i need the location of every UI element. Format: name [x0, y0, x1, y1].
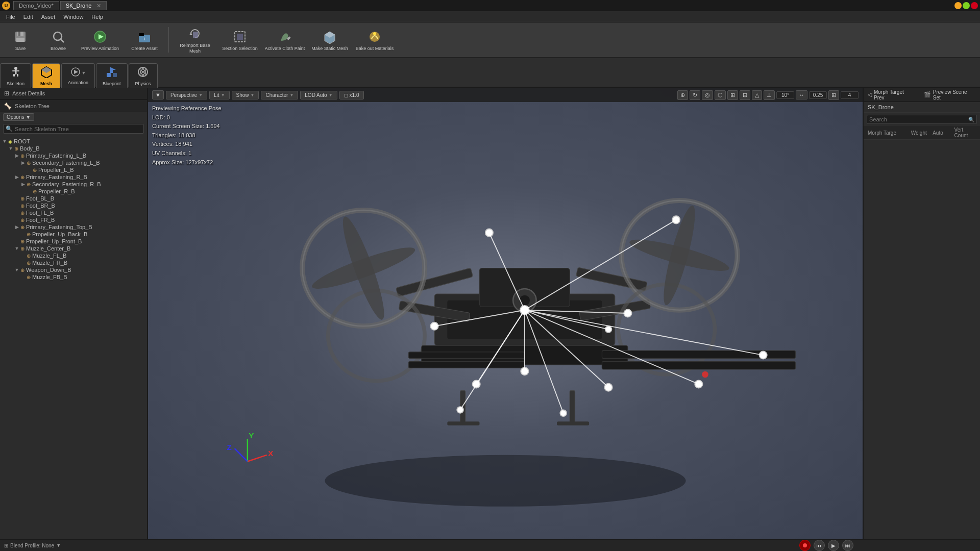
- tree-node-propup-front[interactable]: ⊕ Propeller_Up_Front_B: [0, 238, 147, 245]
- tree-node-body-b[interactable]: ▼ ⊕ Body_B: [0, 145, 147, 152]
- play-button[interactable]: ▶: [828, 540, 839, 551]
- section-selection-button[interactable]: Section Selection: [219, 23, 261, 56]
- mesh-icon: [40, 66, 53, 80]
- scale-button[interactable]: ◻ x1.0: [339, 91, 364, 99]
- tree-node-weapon-down[interactable]: ▼ ⊕ Weapon_Down_B: [0, 266, 147, 273]
- viewport-control-2[interactable]: ↻: [690, 90, 700, 100]
- tree-node-foot-fr[interactable]: ⊕ Foot_FR_B: [0, 216, 147, 223]
- morph-table-header: Morph Targe Weight Auto Vert Count: [864, 126, 980, 140]
- playback-controls: ⏮ ▶ ⏭: [799, 540, 853, 551]
- viewport-control-6[interactable]: ⊟: [740, 90, 750, 100]
- lit-dropdown-icon: ▼: [221, 93, 225, 97]
- tab-sk-drone[interactable]: SK_Drone ✕: [60, 1, 107, 10]
- tree-node-propeller-r[interactable]: ⊕ Propeller_R_B: [0, 188, 147, 195]
- viewport-control-7[interactable]: △: [752, 90, 762, 100]
- tab-mesh[interactable]: Mesh: [32, 63, 60, 88]
- tab-blueprint[interactable]: Blueprint: [96, 63, 128, 88]
- svg-rect-24: [13, 74, 15, 77]
- viewport-control-5[interactable]: ⊞: [727, 90, 738, 100]
- blend-profile-dropdown-icon: ▼: [56, 543, 61, 548]
- character-button[interactable]: Character ▼: [261, 91, 298, 99]
- viewport[interactable]: X Y Z ▼ Perspective ▼ Lit ▼ Show ▼: [148, 88, 863, 539]
- viewport-control-3[interactable]: ◎: [702, 90, 713, 100]
- lod-auto-button[interactable]: LOD Auto ▼: [300, 91, 337, 99]
- tab-animation[interactable]: ▼ Animation: [61, 63, 95, 88]
- morph-target-prev-button[interactable]: ◁ Morph Target Prev: [864, 88, 920, 102]
- viewport-control-4[interactable]: ⬡: [715, 90, 726, 100]
- make-static-mesh-button[interactable]: Make Static Mesh: [309, 23, 351, 56]
- browse-button[interactable]: Browse: [40, 23, 77, 56]
- svg-rect-25: [17, 74, 18, 77]
- maximize-button[interactable]: [963, 2, 970, 9]
- tab-physics[interactable]: Physics: [129, 63, 158, 88]
- blend-profile-selector[interactable]: ⊞ Blend Profile: None ▼: [4, 543, 61, 548]
- rewind-button[interactable]: ⏮: [814, 540, 825, 551]
- record-button[interactable]: [799, 540, 811, 551]
- tree-node-primary-r[interactable]: ▶ ⊕ Primary_Fastening_R_B: [0, 173, 147, 181]
- svg-rect-61: [602, 362, 795, 369]
- bone-icon: ⊕: [27, 160, 31, 166]
- menu-file[interactable]: File: [2, 13, 19, 21]
- bone-icon: ⊕: [20, 174, 24, 180]
- preview-animation-button[interactable]: Preview Animation: [78, 23, 122, 56]
- close-tab-icon[interactable]: ✕: [96, 3, 101, 9]
- save-button[interactable]: Save: [2, 23, 39, 56]
- tree-node-secondary-r[interactable]: ▶ ⊕ Secondary_Fastening_R_B: [0, 181, 147, 188]
- viewport-control-1[interactable]: ⊕: [677, 90, 688, 100]
- menu-help[interactable]: Help: [87, 13, 107, 21]
- svg-rect-43: [396, 268, 473, 296]
- asset-details-icon: ⊞: [4, 90, 9, 97]
- close-button[interactable]: [971, 2, 978, 9]
- menu-asset[interactable]: Asset: [37, 13, 60, 21]
- physics-icon: [137, 66, 149, 80]
- menu-bar: File Edit Asset Window Help: [0, 11, 980, 22]
- scale-icon-ctrl[interactable]: ↔: [796, 90, 807, 99]
- tree-node-primary-top[interactable]: ▶ ⊕ Primary_Fastening_Top_B: [0, 223, 147, 231]
- tree-node-secondary-l[interactable]: ▶ ⊕ Secondary_Fastening_L_B: [0, 159, 147, 166]
- right-panel-header: ◁ Morph Target Prev 🎬 Preview Scene Set: [864, 88, 980, 102]
- tab-skeleton[interactable]: Skeleton: [0, 63, 31, 88]
- perspective-button[interactable]: Perspective ▼: [166, 91, 207, 99]
- show-button[interactable]: Show ▼: [232, 91, 259, 99]
- forward-button[interactable]: ⏭: [842, 540, 853, 551]
- menu-edit[interactable]: Edit: [19, 13, 37, 21]
- tree-node-muzzle-center[interactable]: ▼ ⊕ Muzzle_Center_B: [0, 245, 147, 252]
- animation-icon: [70, 67, 81, 79]
- tree-node-foot-fl[interactable]: ⊕ Foot_FL_B: [0, 209, 147, 216]
- activate-cloth-paint-button[interactable]: Activate Cloth Paint: [262, 23, 308, 56]
- grid-ctrl[interactable]: ⊞: [828, 90, 839, 100]
- morph-search-bar[interactable]: 🔍: [867, 115, 977, 124]
- skeleton-search-bar[interactable]: 🔍: [3, 124, 144, 134]
- bone-icon: ⊕: [20, 239, 24, 244]
- options-dropdown-button[interactable]: Options ▼: [3, 113, 34, 121]
- tree-node-muzzle-fr[interactable]: ⊕ Muzzle_FR_B: [0, 259, 147, 266]
- create-asset-button[interactable]: + Create Asset: [124, 23, 165, 56]
- section-selection-label: Section Selection: [222, 46, 258, 52]
- section-selection-icon: [232, 29, 248, 45]
- browse-label: Browse: [51, 46, 66, 52]
- tree-node-foot-bl[interactable]: ⊕ Foot_BL_B: [0, 195, 147, 202]
- morph-search-input[interactable]: [869, 116, 966, 122]
- tree-node-muzzle-fl[interactable]: ⊕ Muzzle_FL_B: [0, 252, 147, 259]
- bake-out-materials-button[interactable]: Bake out Materials: [352, 23, 398, 56]
- menu-window[interactable]: Window: [59, 13, 87, 21]
- tree-node-root[interactable]: ▼ ◆ ROOT: [0, 138, 147, 145]
- show-dropdown-icon: ▼: [251, 93, 255, 97]
- tree-node-propeller-l[interactable]: ⊕ Propeller_L_B: [0, 166, 147, 173]
- preview-scene-set-button[interactable]: 🎬 Preview Scene Set: [920, 88, 980, 102]
- reimport-base-mesh-button[interactable]: Reimport Base Mesh: [172, 23, 218, 56]
- viewport-control-8[interactable]: ⊥: [764, 90, 775, 100]
- svg-line-96: [235, 448, 248, 461]
- viewport-options-button[interactable]: ▼: [152, 90, 164, 99]
- bone-icon: ⊕: [20, 210, 24, 216]
- lit-button[interactable]: Lit ▼: [209, 91, 229, 99]
- bake-out-icon: [366, 29, 383, 45]
- rotation-snap-value: 10°: [776, 91, 794, 99]
- tree-node-primary-l[interactable]: ▶ ⊕ Primary_Fastening_L_B: [0, 152, 147, 159]
- tree-node-foot-br[interactable]: ⊕ Foot_BR_B: [0, 202, 147, 209]
- tree-node-propup-back[interactable]: ⊕ Propeller_Up_Back_B: [0, 231, 147, 238]
- tree-node-muzzle-fb[interactable]: ⊕ Muzzle_FB_B: [0, 273, 147, 281]
- tab-demo-video[interactable]: Demo_Video*: [13, 1, 59, 10]
- minimize-button[interactable]: [954, 2, 962, 9]
- skeleton-search-input[interactable]: [15, 126, 141, 132]
